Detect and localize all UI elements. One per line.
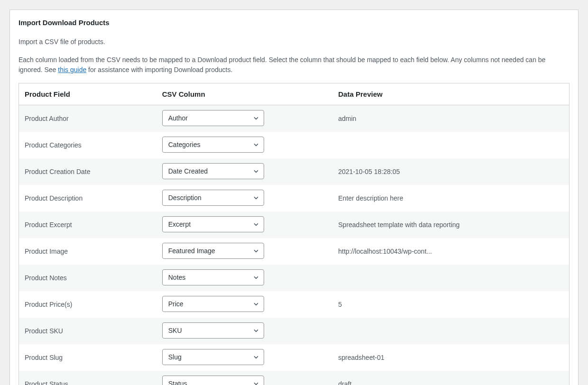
column-select-cell: Status <box>156 371 333 385</box>
select-value: Author <box>163 110 264 126</box>
data-preview <box>332 265 569 291</box>
header-data-preview: Data Preview <box>332 83 569 105</box>
field-label: Product Creation Date <box>19 158 156 185</box>
select-value: SKU <box>163 323 264 338</box>
header-csv-column: CSV Column <box>156 83 333 105</box>
field-label: Product SKU <box>19 318 156 344</box>
csv-column-select[interactable]: Price <box>162 296 264 312</box>
field-label: Product Price(s) <box>19 291 156 318</box>
import-panel: Import Download Products Import a CSV fi… <box>9 9 579 385</box>
table-row: Product Price(s)Price5 <box>19 291 570 318</box>
data-preview: 5 <box>332 291 569 318</box>
intro-line-2: Each column loaded from the CSV needs to… <box>10 55 578 75</box>
csv-column-select[interactable]: SKU <box>162 322 264 339</box>
panel-title: Import Download Products <box>10 18 578 27</box>
column-select-cell: Slug <box>156 344 333 371</box>
intro-text-after: for assistance with importing Download p… <box>86 66 232 73</box>
field-label: Product Image <box>19 238 156 265</box>
mapping-table: Product Field CSV Column Data Preview Pr… <box>18 83 570 385</box>
column-select-cell: Featured Image <box>156 238 333 265</box>
field-label: Product Author <box>19 105 156 132</box>
column-select-cell: Date Created <box>156 158 333 185</box>
csv-column-select[interactable]: Status <box>162 376 264 385</box>
column-select-cell: Notes <box>156 265 333 291</box>
csv-column-select[interactable]: Description <box>162 190 264 206</box>
table-row: Product DescriptionDescriptionEnter desc… <box>19 185 570 211</box>
select-value: Categories <box>163 137 264 152</box>
data-preview: spreadsheet-01 <box>332 344 569 371</box>
data-preview: 2021-10-05 18:28:05 <box>332 158 569 185</box>
data-preview: Spreadsheet template with data reporting <box>332 211 569 238</box>
table-row: Product ImageFeatured Imagehttp://localh… <box>19 238 570 265</box>
column-select-cell: SKU <box>156 318 333 344</box>
field-label: Product Excerpt <box>19 211 156 238</box>
data-preview <box>332 132 569 158</box>
data-preview: admin <box>332 105 569 132</box>
table-row: Product StatusStatusdraft <box>19 371 570 385</box>
select-value: Slug <box>163 349 264 365</box>
data-preview: Enter description here <box>332 185 569 211</box>
csv-column-select[interactable]: Date Created <box>162 163 264 179</box>
data-preview <box>332 318 569 344</box>
column-select-cell: Author <box>156 105 333 132</box>
csv-column-select[interactable]: Slug <box>162 349 264 365</box>
intro-line-1: Import a CSV file of products. <box>10 37 578 47</box>
table-row: Product SKUSKU <box>19 318 570 344</box>
select-value: Description <box>163 190 264 205</box>
data-preview: http://localhost:10043/wp-cont... <box>332 238 569 265</box>
select-value: Notes <box>163 270 264 285</box>
csv-column-select[interactable]: Excerpt <box>162 216 264 232</box>
guide-link[interactable]: this guide <box>58 66 86 73</box>
mapping-table-wrap: Product Field CSV Column Data Preview Pr… <box>10 83 578 385</box>
table-row: Product SlugSlugspreadsheet-01 <box>19 344 570 371</box>
field-label: Product Description <box>19 185 156 211</box>
csv-column-select[interactable]: Categories <box>162 137 264 153</box>
table-row: Product Creation DateDate Created2021-10… <box>19 158 570 185</box>
column-select-cell: Excerpt <box>156 211 333 238</box>
field-label: Product Slug <box>19 344 156 371</box>
select-value: Excerpt <box>163 217 264 232</box>
field-label: Product Status <box>19 371 156 385</box>
select-value: Featured Image <box>163 243 264 258</box>
csv-column-select[interactable]: Featured Image <box>162 243 264 259</box>
column-select-cell: Categories <box>156 132 333 158</box>
table-row: Product AuthorAuthoradmin <box>19 105 570 132</box>
table-row: Product CategoriesCategories <box>19 132 570 158</box>
select-value: Price <box>163 296 264 312</box>
csv-column-select[interactable]: Author <box>162 110 264 126</box>
select-value: Status <box>163 376 264 385</box>
data-preview: draft <box>332 371 569 385</box>
column-select-cell: Description <box>156 185 333 211</box>
field-label: Product Notes <box>19 265 156 291</box>
table-row: Product NotesNotes <box>19 265 570 291</box>
field-label: Product Categories <box>19 132 156 158</box>
table-row: Product ExcerptExcerptSpreadsheet templa… <box>19 211 570 238</box>
header-product-field: Product Field <box>19 83 156 105</box>
column-select-cell: Price <box>156 291 333 318</box>
csv-column-select[interactable]: Notes <box>162 269 264 285</box>
select-value: Date Created <box>163 164 264 179</box>
